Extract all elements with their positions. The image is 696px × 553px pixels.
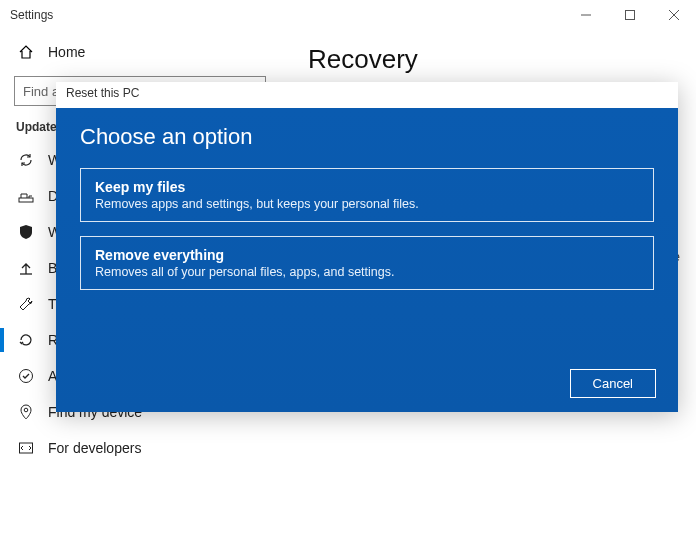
svg-point-7 bbox=[24, 408, 28, 412]
close-icon bbox=[669, 10, 679, 20]
sync-icon bbox=[18, 152, 34, 168]
dialog-body: Choose an option Keep my files Removes a… bbox=[56, 108, 678, 412]
home-label: Home bbox=[48, 44, 85, 60]
dialog-heading: Choose an option bbox=[80, 124, 654, 150]
option-remove-everything[interactable]: Remove everything Removes all of your pe… bbox=[80, 236, 654, 290]
svg-rect-4 bbox=[19, 198, 33, 202]
option-desc: Removes apps and settings, but keeps you… bbox=[95, 197, 639, 211]
shield-icon bbox=[18, 224, 34, 240]
sidebar-item-label: For developers bbox=[48, 440, 141, 456]
reset-pc-dialog: Reset this PC Choose an option Keep my f… bbox=[56, 82, 678, 412]
check-icon bbox=[18, 368, 34, 384]
dev-icon bbox=[18, 440, 34, 456]
minimize-icon bbox=[581, 10, 591, 20]
option-title: Remove everything bbox=[95, 247, 639, 263]
maximize-button[interactable] bbox=[608, 0, 652, 30]
delivery-icon bbox=[18, 188, 34, 204]
titlebar: Settings bbox=[0, 0, 696, 30]
wrench-icon bbox=[18, 296, 34, 312]
maximize-icon bbox=[625, 10, 635, 20]
recovery-icon bbox=[18, 332, 34, 348]
location-icon bbox=[18, 404, 34, 420]
close-button[interactable] bbox=[652, 0, 696, 30]
option-keep-files[interactable]: Keep my files Removes apps and settings,… bbox=[80, 168, 654, 222]
search-placeholder: Find a bbox=[23, 84, 59, 99]
svg-point-6 bbox=[20, 370, 33, 383]
cancel-button[interactable]: Cancel bbox=[570, 369, 656, 398]
sidebar-item-home[interactable]: Home bbox=[12, 36, 268, 68]
option-title: Keep my files bbox=[95, 179, 639, 195]
sidebar-item-developers[interactable]: For developers bbox=[12, 430, 268, 466]
page-title: Recovery bbox=[308, 44, 668, 75]
home-icon bbox=[18, 44, 34, 60]
option-desc: Removes all of your personal files, apps… bbox=[95, 265, 639, 279]
minimize-button[interactable] bbox=[564, 0, 608, 30]
dialog-title: Reset this PC bbox=[56, 82, 678, 108]
backup-icon bbox=[18, 260, 34, 276]
svg-rect-1 bbox=[626, 11, 635, 20]
window-controls bbox=[564, 0, 696, 30]
